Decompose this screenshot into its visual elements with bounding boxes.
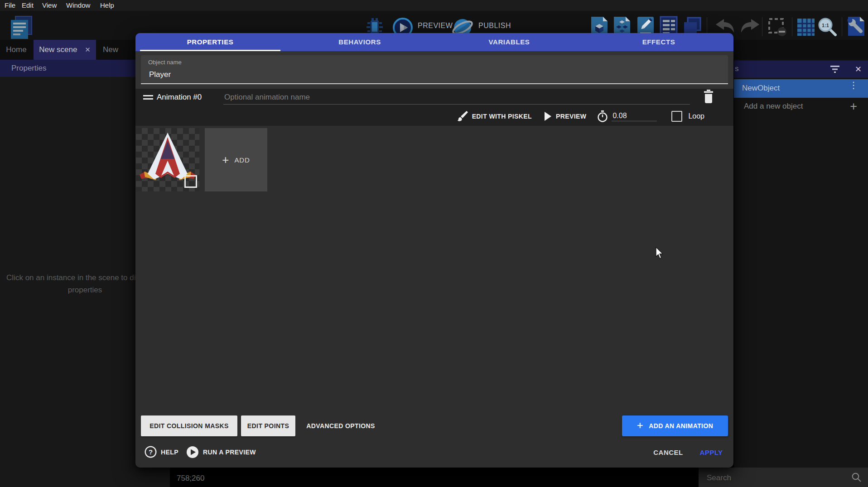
filter-icon[interactable] [830,65,840,76]
add-object-plus-icon[interactable]: + [850,100,857,114]
zoom-ratio-label: 1:1 [822,23,829,28]
search-bar [699,468,868,487]
brush-icon [457,110,468,122]
help-label: HELP [161,449,178,456]
help-button[interactable]: ? HELP [145,446,178,458]
animation-header: Animation #0 EDIT WITH PISKEL PRE [135,89,733,126]
menu-bar: File Edit View Window Help [0,0,868,11]
help-icon: ? [145,446,157,458]
tab-new-scene[interactable]: New scene ✕ [34,40,96,60]
add-an-animation-button[interactable]: + ADD AN ANIMATION [622,415,728,436]
edit-with-piskel-button[interactable]: EDIT WITH PISKEL [457,110,532,122]
tab-new-scene-label: New scene [39,45,77,54]
object-name-input[interactable] [148,68,721,81]
plus-icon: + [222,153,229,167]
toolbar-separator [762,17,762,36]
toolbar-separator [792,17,792,36]
svg-text:?: ? [149,448,153,456]
cancel-button[interactable]: CANCEL [646,446,690,459]
animation-name-input[interactable] [223,91,690,105]
edit-collision-masks-button[interactable]: EDIT COLLISION MASKS [141,415,237,436]
time-between-frames-group [597,110,657,123]
run-preview-icon [186,446,199,458]
menu-window[interactable]: Window [66,1,90,9]
cursor-coordinates: 758;260 [177,474,204,483]
deselect-all-icon[interactable] [767,17,787,39]
loop-label: Loop [688,112,704,120]
time-between-frames-input[interactable] [612,111,657,121]
sprite-thumbnail[interactable] [136,128,199,191]
tab-properties-label: PROPERTIES [187,38,234,46]
animation-preview-label: PREVIEW [556,113,586,120]
edit-with-piskel-label: EDIT WITH PISKEL [472,113,532,120]
menu-view[interactable]: View [42,1,57,9]
play-icon [544,111,552,121]
object-editor-dialog: PROPERTIES BEHAVIORS VARIABLES EFFECTS O… [135,33,733,468]
scene-properties-icon[interactable] [846,16,868,38]
tab-variables[interactable]: VARIABLES [434,33,584,51]
objects-panel-header: s ✕ [734,61,868,78]
tab-effects-label: EFFECTS [642,38,675,46]
object-list-item-selected[interactable]: NewObject ⋮ [734,79,868,98]
loop-checkbox[interactable] [671,111,682,122]
zoom-original-icon[interactable]: 1:1 [817,16,838,39]
preview-animation-button[interactable]: PREVIEW [544,111,586,121]
publish-label[interactable]: PUBLISH [478,22,511,30]
plus-icon: + [637,419,643,432]
tab-close-icon[interactable]: ✕ [85,46,91,53]
animation-toolbar: EDIT WITH PISKEL PREVIEW Loop [457,110,704,123]
add-frame-button[interactable]: + ADD [205,128,267,191]
drag-handle-icon[interactable] [143,95,153,100]
timer-icon [597,110,608,123]
redo-button[interactable] [738,18,761,38]
dialog-tab-bar: PROPERTIES BEHAVIORS VARIABLES EFFECTS [135,33,733,51]
search-icon[interactable] [851,472,862,484]
apply-button[interactable]: APPLY [695,446,727,459]
tab-variables-label: VARIABLES [489,38,530,46]
tab-behaviors-label: BEHAVIORS [338,38,381,46]
add-object-label: Add a new object [744,102,803,111]
add-an-animation-label: ADD AN ANIMATION [649,422,713,430]
menu-file[interactable]: File [5,1,15,9]
object-name-label: Object name [148,59,182,66]
tab-behaviors[interactable]: BEHAVIORS [285,33,434,51]
dialog-footer: ? HELP RUN A PREVIEW CANCEL APPLY [135,439,733,468]
object-name-field[interactable]: Object name [141,55,728,84]
object-name-section: Object name [135,51,733,89]
object-name: NewObject [742,84,780,93]
loop-toggle[interactable]: Loop [671,111,704,122]
preview-label[interactable]: PREVIEW [418,22,453,30]
tab-home[interactable]: Home [0,40,33,60]
add-frame-label: ADD [235,156,250,164]
animation-title: Animation #0 [157,93,202,102]
project-manager-icon[interactable] [8,15,34,43]
run-a-preview-label: RUN A PREVIEW [203,449,256,456]
trash-icon [703,90,714,103]
delete-animation-button[interactable] [703,90,715,104]
tab-effects[interactable]: EFFECTS [584,33,733,51]
run-a-preview-button[interactable]: RUN A PREVIEW [186,446,256,458]
object-more-icon[interactable]: ⋮ [849,82,858,88]
frame-select-checkbox[interactable] [184,175,197,188]
animation-frames-row: + ADD [135,126,733,195]
edit-points-button[interactable]: EDIT POINTS [241,415,295,436]
objects-panel-title: s [735,64,739,73]
menu-help[interactable]: Help [100,1,114,9]
advanced-options-button[interactable]: ADVANCED OPTIONS [300,415,381,436]
tab-properties[interactable]: PROPERTIES [135,33,285,51]
add-object-row[interactable]: Add a new object + [734,98,868,116]
close-panel-icon[interactable]: ✕ [855,64,862,74]
menu-edit[interactable]: Edit [22,1,34,9]
grid-icon[interactable] [796,17,816,39]
search-input[interactable] [706,468,844,487]
objects-panel: s ✕ NewObject ⋮ Add a new object + [734,60,868,468]
toolbar-separator [842,17,842,36]
